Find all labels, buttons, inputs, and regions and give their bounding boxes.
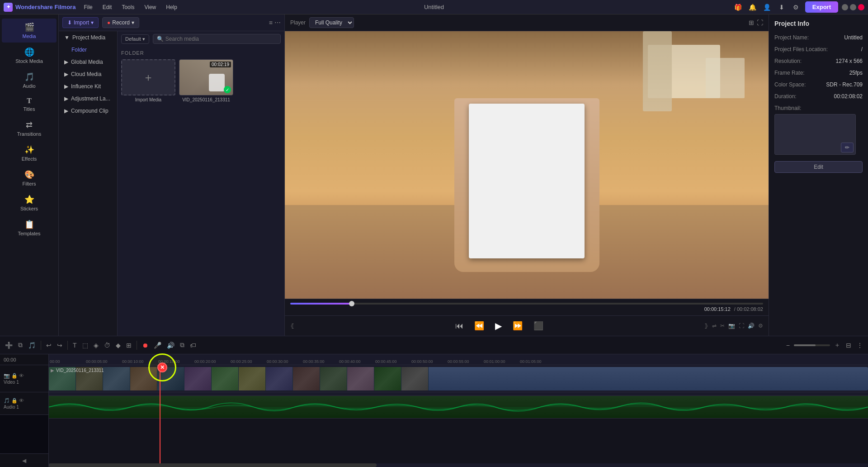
section-compound-clip[interactable]: ▶ Compound Clip [61,105,115,117]
time-total: / 00:02:08:02 [734,306,763,312]
scissors-player-icon[interactable]: ✂ [720,323,725,329]
keyframe-button[interactable]: ◆ [114,340,122,350]
section-folder[interactable]: Folder [68,44,115,56]
composite-button[interactable]: ◈ [92,340,100,350]
pip-button[interactable]: ⧉ [17,340,24,350]
progress-track[interactable] [290,303,763,305]
default-sort-button[interactable]: Default ▾ [121,34,149,44]
grid-toggle-button[interactable]: ⊟ [844,340,853,350]
timeline-scrollbar[interactable] [49,463,868,467]
settings-icon[interactable]: ⚙ [791,2,802,13]
person-icon[interactable]: 👤 [762,2,773,13]
section-cloud-media[interactable]: ▶ Cloud Media [61,68,115,80]
audio-track-label: Audio 1 [4,405,24,410]
audio-detach-button[interactable]: 🔊 [165,340,176,350]
audio-mix-icon[interactable]: 🔊 [748,323,755,329]
record-button[interactable]: ● Record ▾ [102,17,139,28]
video-thumb-container[interactable]: 00:02:19 ✓ [179,59,233,95]
frame-rate-value: 25fps [849,70,863,76]
import-media-item[interactable]: ＋ Import Media [121,59,175,102]
camera-track-icon[interactable]: 📷 [4,373,10,379]
stop-button[interactable]: ⬛ [532,319,545,333]
rewind-button[interactable]: ⏮ [453,319,465,333]
menu-help[interactable]: Help [161,2,182,12]
plus-zoom-button[interactable]: ＋ [833,340,842,351]
section-influence-kit[interactable]: ▶ Influence Kit [61,81,115,92]
sidebar-item-titles[interactable]: T Titles [2,93,57,115]
bell-icon[interactable]: 🔔 [747,2,758,13]
sidebar-item-templates[interactable]: 📋 Templates [2,216,57,240]
section-cloud-expand-icon: ▶ [64,71,68,77]
fullscreen-icon[interactable]: ⛶ [757,19,763,26]
sidebar-item-stock[interactable]: 🌐 Stock Media [2,43,57,67]
frame-back-button[interactable]: ⏪ [472,319,486,333]
sidebar-item-stickers[interactable]: ⭐ Stickers [2,191,57,215]
music-track-icon[interactable]: 🎵 [4,398,10,404]
search-icon: 🔍 [157,36,164,42]
audio-lock-icon[interactable]: 🔒 [11,398,18,404]
bracket-in-icon[interactable]: ⦃ [290,323,294,329]
camera-icon[interactable]: 📷 [728,323,735,329]
speed-button[interactable]: ⏱ [103,340,112,350]
track-collapse-icon[interactable]: ◀ [22,457,26,464]
edit-button[interactable]: Edit [774,161,863,173]
quality-select[interactable]: Full Quality 1/2 1/4 [309,17,354,28]
multiselect-button[interactable]: ⊞ [125,340,133,350]
undo-button[interactable]: ↩ [45,340,53,350]
audio-track-button[interactable]: 🎵 [27,340,37,350]
sidebar-item-audio[interactable]: 🎵 Audio [2,68,57,92]
import-button[interactable]: ⬇ Import ▾ [62,17,99,28]
crop-button[interactable]: ⬚ [81,340,90,350]
sidebar-item-media[interactable]: 🎬 Media [2,19,57,43]
speed-icon[interactable]: ⇌ [712,323,717,329]
search-input[interactable] [165,36,277,42]
sidebar-item-effects[interactable]: ✨ Effects [2,141,57,165]
section-adjustment[interactable]: ▶ Adjustment La... [61,93,115,105]
track-area: 00:00 📷 🔒 👁 Video 1 [0,354,868,467]
filter-lines-icon[interactable]: ≡ [269,19,273,26]
maximize-button[interactable] [850,4,856,10]
redo-button[interactable]: ↪ [56,340,64,350]
menu-edit[interactable]: Edit [98,2,117,12]
menu-view[interactable]: View [140,2,160,12]
video-clip[interactable]: ▶ VID_20250116_213311 [49,367,868,391]
text-button[interactable]: T [71,340,78,350]
sidebar-item-transitions[interactable]: ⇄ Transitions [2,116,57,140]
eye-track-icon[interactable]: 👁 [19,373,24,379]
video-media-item[interactable]: 00:02:19 ✓ VID_20250116_213311 [179,59,233,102]
voiceover-button[interactable]: 🎤 [152,340,163,350]
bracket-out-icon[interactable]: ⦄ [704,323,708,329]
section-global-media[interactable]: ▶ Global Media [61,56,115,68]
sidebar-item-filters[interactable]: 🎨 Filters [2,166,57,190]
menu-file[interactable]: File [79,2,97,12]
play-button[interactable]: ▶ [493,319,504,333]
more-options-icon[interactable]: ⋯ [274,19,281,26]
settings2-icon[interactable]: ⚙ [758,323,763,329]
minimize-button[interactable] [842,4,848,10]
import-thumb[interactable]: ＋ [121,59,175,95]
preview-icons: ⊞ ⛶ [749,19,763,26]
marker-button[interactable]: 🏷 [189,340,198,350]
gift-icon[interactable]: 🎁 [733,2,744,13]
close-button[interactable] [858,4,864,10]
thumbnail-edit-icon[interactable]: ✏ [841,143,854,152]
lock-track-icon[interactable]: 🔒 [11,373,18,379]
progress-thumb[interactable] [349,301,354,306]
section-project-media[interactable]: ▼ Project Media [61,32,115,43]
frame-forward-button[interactable]: ⏩ [511,319,524,333]
fullscreen2-icon[interactable]: ⛶ [739,323,744,329]
scrollbar-thumb[interactable] [49,463,377,467]
grid-view-icon[interactable]: ⊞ [749,19,754,26]
add-track-button[interactable]: ➕ [4,340,14,350]
picture-in-picture-btn[interactable]: ⧉ [179,340,186,350]
download-icon[interactable]: ⬇ [776,2,787,13]
export-button[interactable]: Export [805,1,838,13]
audio-eye-icon[interactable]: 👁 [19,398,24,404]
more-tools-button[interactable]: ⋮ [855,340,864,350]
duration-value: 00:02:08:02 [834,93,863,100]
menu-tools[interactable]: Tools [117,2,139,12]
zoom-slider[interactable] [794,344,830,346]
playhead[interactable] [160,365,160,463]
record-timeline-button[interactable]: ⏺ [141,340,150,350]
minus-zoom-button[interactable]: − [785,340,791,350]
